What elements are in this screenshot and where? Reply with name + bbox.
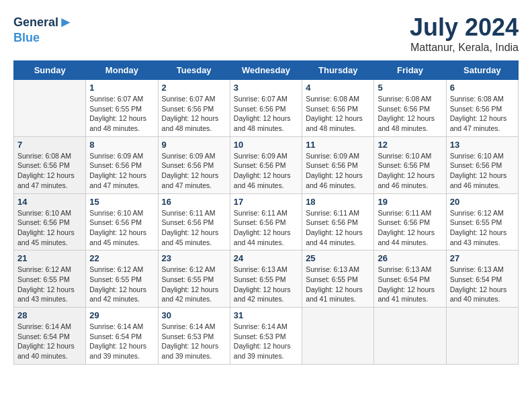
calendar-cell: 13Sunrise: 6:10 AM Sunset: 6:56 PM Dayli… <box>446 136 518 193</box>
calendar-cell: 12Sunrise: 6:10 AM Sunset: 6:56 PM Dayli… <box>374 136 446 193</box>
calendar-cell <box>302 308 374 365</box>
calendar-cell: 1Sunrise: 6:07 AM Sunset: 6:55 PM Daylig… <box>86 80 158 137</box>
day-header-friday: Friday <box>374 61 446 80</box>
day-number: 16 <box>162 197 226 207</box>
calendar-cell: 14Sunrise: 6:10 AM Sunset: 6:56 PM Dayli… <box>14 193 86 250</box>
day-number: 19 <box>378 197 442 207</box>
day-info: Sunrise: 6:11 AM Sunset: 6:56 PM Dayligh… <box>234 208 298 248</box>
calendar-cell: 26Sunrise: 6:13 AM Sunset: 6:54 PM Dayli… <box>374 250 446 308</box>
calendar-cell: 22Sunrise: 6:12 AM Sunset: 6:55 PM Dayli… <box>86 250 158 308</box>
day-number: 15 <box>89 197 154 207</box>
calendar-cell: 29Sunrise: 6:14 AM Sunset: 6:54 PM Dayli… <box>86 308 158 365</box>
location-subtitle: Mattanur, Kerala, India <box>410 42 519 54</box>
day-info: Sunrise: 6:12 AM Sunset: 6:55 PM Dayligh… <box>89 265 154 304</box>
calendar-cell: 2Sunrise: 6:07 AM Sunset: 6:56 PM Daylig… <box>158 80 230 137</box>
calendar-cell: 17Sunrise: 6:11 AM Sunset: 6:56 PM Dayli… <box>230 193 302 250</box>
day-number: 29 <box>89 310 154 320</box>
day-info: Sunrise: 6:10 AM Sunset: 6:56 PM Dayligh… <box>378 151 442 191</box>
day-info: Sunrise: 6:13 AM Sunset: 6:55 PM Dayligh… <box>234 265 298 304</box>
day-info: Sunrise: 6:07 AM Sunset: 6:56 PM Dayligh… <box>234 94 298 134</box>
calendar-week-row: 7Sunrise: 6:08 AM Sunset: 6:56 PM Daylig… <box>14 136 519 193</box>
day-number: 26 <box>378 253 442 263</box>
day-info: Sunrise: 6:12 AM Sunset: 6:55 PM Dayligh… <box>162 265 226 304</box>
day-number: 3 <box>234 83 298 93</box>
calendar-table: SundayMondayTuesdayWednesdayThursdayFrid… <box>13 60 519 365</box>
day-info: Sunrise: 6:12 AM Sunset: 6:55 PM Dayligh… <box>450 208 515 248</box>
day-info: Sunrise: 6:13 AM Sunset: 6:54 PM Dayligh… <box>378 265 442 304</box>
day-number: 9 <box>162 140 226 150</box>
day-number: 27 <box>450 253 515 263</box>
calendar-week-row: 14Sunrise: 6:10 AM Sunset: 6:56 PM Dayli… <box>14 193 519 250</box>
calendar-cell: 16Sunrise: 6:11 AM Sunset: 6:56 PM Dayli… <box>158 193 230 250</box>
day-number: 17 <box>234 197 298 207</box>
calendar-cell: 25Sunrise: 6:13 AM Sunset: 6:55 PM Dayli… <box>302 250 374 308</box>
day-number: 1 <box>89 83 154 93</box>
calendar-cell <box>14 80 86 137</box>
day-number: 18 <box>306 197 370 207</box>
calendar-cell <box>374 308 446 365</box>
calendar-cell: 20Sunrise: 6:12 AM Sunset: 6:55 PM Dayli… <box>446 193 518 250</box>
day-info: Sunrise: 6:11 AM Sunset: 6:56 PM Dayligh… <box>306 208 370 248</box>
calendar-cell: 7Sunrise: 6:08 AM Sunset: 6:56 PM Daylig… <box>14 136 86 193</box>
calendar-cell: 4Sunrise: 6:08 AM Sunset: 6:56 PM Daylig… <box>302 80 374 137</box>
day-number: 23 <box>162 253 226 263</box>
day-number: 28 <box>17 310 82 320</box>
day-info: Sunrise: 6:09 AM Sunset: 6:56 PM Dayligh… <box>234 151 298 191</box>
day-number: 30 <box>162 310 226 320</box>
day-info: Sunrise: 6:14 AM Sunset: 6:54 PM Dayligh… <box>89 322 154 361</box>
days-header-row: SundayMondayTuesdayWednesdayThursdayFrid… <box>14 61 519 80</box>
logo-general: General <box>13 15 58 30</box>
month-year-title: July 2024 <box>410 13 519 42</box>
calendar-cell: 18Sunrise: 6:11 AM Sunset: 6:56 PM Dayli… <box>302 193 374 250</box>
calendar-week-row: 21Sunrise: 6:12 AM Sunset: 6:55 PM Dayli… <box>14 250 519 308</box>
page-header: General ► Blue July 2024 Mattanur, Keral… <box>13 13 519 54</box>
calendar-cell: 31Sunrise: 6:14 AM Sunset: 6:53 PM Dayli… <box>230 308 302 365</box>
day-number: 24 <box>234 253 298 263</box>
day-number: 5 <box>378 83 442 93</box>
day-number: 8 <box>89 140 154 150</box>
day-header-monday: Monday <box>86 61 158 80</box>
day-number: 2 <box>162 83 226 93</box>
day-number: 11 <box>306 140 370 150</box>
calendar-cell: 23Sunrise: 6:12 AM Sunset: 6:55 PM Dayli… <box>158 250 230 308</box>
day-info: Sunrise: 6:13 AM Sunset: 6:54 PM Dayligh… <box>450 265 515 304</box>
calendar-cell: 3Sunrise: 6:07 AM Sunset: 6:56 PM Daylig… <box>230 80 302 137</box>
day-number: 6 <box>450 83 515 93</box>
day-number: 12 <box>378 140 442 150</box>
day-number: 14 <box>17 197 82 207</box>
day-number: 22 <box>89 253 154 263</box>
calendar-cell: 27Sunrise: 6:13 AM Sunset: 6:54 PM Dayli… <box>446 250 518 308</box>
day-info: Sunrise: 6:10 AM Sunset: 6:56 PM Dayligh… <box>450 151 515 191</box>
day-info: Sunrise: 6:08 AM Sunset: 6:56 PM Dayligh… <box>450 94 515 134</box>
day-info: Sunrise: 6:07 AM Sunset: 6:55 PM Dayligh… <box>89 94 154 134</box>
calendar-week-row: 28Sunrise: 6:14 AM Sunset: 6:54 PM Dayli… <box>14 308 519 365</box>
day-number: 10 <box>234 140 298 150</box>
logo-blue: Blue <box>13 31 40 45</box>
calendar-cell: 10Sunrise: 6:09 AM Sunset: 6:56 PM Dayli… <box>230 136 302 193</box>
calendar-cell: 30Sunrise: 6:14 AM Sunset: 6:53 PM Dayli… <box>158 308 230 365</box>
calendar-cell: 6Sunrise: 6:08 AM Sunset: 6:56 PM Daylig… <box>446 80 518 137</box>
calendar-cell: 11Sunrise: 6:09 AM Sunset: 6:56 PM Dayli… <box>302 136 374 193</box>
day-number: 25 <box>306 253 370 263</box>
calendar-cell <box>446 308 518 365</box>
day-number: 13 <box>450 140 515 150</box>
day-info: Sunrise: 6:11 AM Sunset: 6:56 PM Dayligh… <box>378 208 442 248</box>
day-info: Sunrise: 6:08 AM Sunset: 6:56 PM Dayligh… <box>306 94 370 134</box>
title-block: July 2024 Mattanur, Kerala, India <box>410 13 519 54</box>
day-header-saturday: Saturday <box>446 61 518 80</box>
day-number: 4 <box>306 83 370 93</box>
day-info: Sunrise: 6:14 AM Sunset: 6:53 PM Dayligh… <box>234 322 298 361</box>
logo-arrow-icon: ► <box>58 13 73 31</box>
day-header-wednesday: Wednesday <box>230 61 302 80</box>
calendar-cell: 8Sunrise: 6:09 AM Sunset: 6:56 PM Daylig… <box>86 136 158 193</box>
calendar-cell: 5Sunrise: 6:08 AM Sunset: 6:56 PM Daylig… <box>374 80 446 137</box>
day-number: 7 <box>17 140 82 150</box>
day-number: 31 <box>234 310 298 320</box>
day-header-thursday: Thursday <box>302 61 374 80</box>
day-header-tuesday: Tuesday <box>158 61 230 80</box>
day-number: 21 <box>17 253 82 263</box>
calendar-cell: 9Sunrise: 6:09 AM Sunset: 6:56 PM Daylig… <box>158 136 230 193</box>
calendar-cell: 15Sunrise: 6:10 AM Sunset: 6:56 PM Dayli… <box>86 193 158 250</box>
day-info: Sunrise: 6:08 AM Sunset: 6:56 PM Dayligh… <box>17 151 82 191</box>
calendar-cell: 28Sunrise: 6:14 AM Sunset: 6:54 PM Dayli… <box>14 308 86 365</box>
